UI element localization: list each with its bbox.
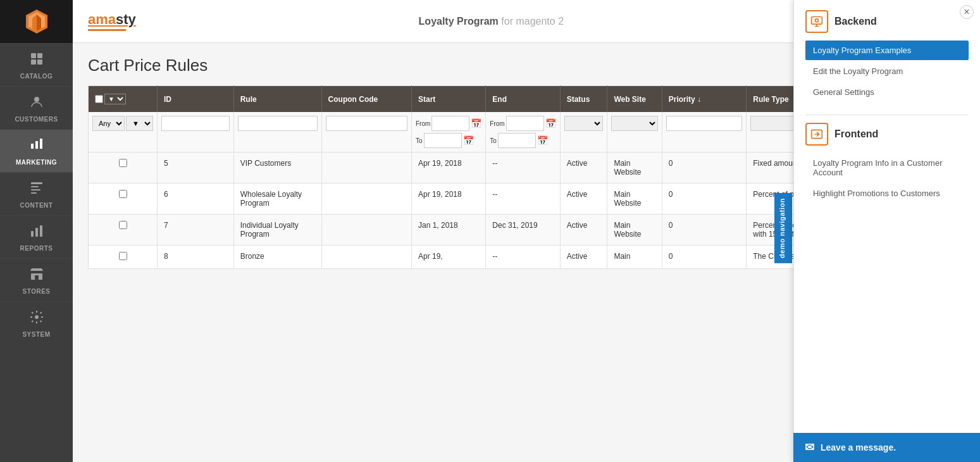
frontend-title: Frontend <box>834 128 878 140</box>
sidebar-item-label: CUSTOMERS <box>15 116 58 123</box>
th-rule: Rule <box>233 86 321 113</box>
th-coupon-code: Coupon Code <box>321 86 411 113</box>
bulk-action-select[interactable]: ▼ <box>104 94 126 104</box>
cell-website[interactable]: Main <box>607 246 662 269</box>
demo-nav-item-loyalty-info[interactable]: Loyalty Program Info in a Customer Accou… <box>805 153 969 182</box>
sidebar-item-marketing[interactable]: MARKETING <box>0 129 73 172</box>
catalog-icon <box>29 51 44 70</box>
cell-rule[interactable]: VIP Customers <box>233 153 321 184</box>
svg-rect-9 <box>31 182 42 184</box>
cell-end: -- <box>486 153 560 184</box>
cell-website[interactable]: Main Website <box>607 215 662 246</box>
sidebar-item-reports[interactable]: REPORTS <box>0 215 73 258</box>
filter-start-to-input[interactable] <box>424 133 462 148</box>
leave-message-button[interactable]: ✉ Leave a message. <box>793 433 980 462</box>
filter-any-dropdown[interactable]: ▼ <box>126 116 153 131</box>
sidebar-item-customers[interactable]: CUSTOMERS <box>0 86 73 129</box>
sidebar-item-label: MARKETING <box>16 159 57 166</box>
row-checkbox[interactable] <box>119 252 127 260</box>
filter-start-cell: From 📅 To 📅 <box>411 112 485 153</box>
demo-nav-item-loyalty-examples[interactable]: Loyalty Program Examples <box>805 41 969 60</box>
svg-rect-12 <box>31 192 37 194</box>
filter-start-from-input[interactable] <box>431 116 469 131</box>
sidebar-item-label: REPORTS <box>20 245 53 252</box>
sidebar-item-label: CONTENT <box>20 202 53 209</box>
svg-point-8 <box>34 97 39 102</box>
demo-nav-tab[interactable]: demo navigation <box>774 193 792 263</box>
calendar-icon[interactable]: 📅 <box>471 118 481 128</box>
filter-coupon-cell <box>321 112 411 153</box>
filter-end-to-input[interactable] <box>498 133 536 148</box>
demo-nav-close-button[interactable]: × <box>960 5 974 19</box>
svg-point-20 <box>816 19 819 22</box>
calendar-icon[interactable]: 📅 <box>537 135 548 146</box>
demo-nav-item-general-settings[interactable]: General Settings <box>805 82 969 102</box>
cell-priority: 0 <box>662 215 747 246</box>
content-icon <box>29 180 44 199</box>
cell-priority: 0 <box>662 153 747 184</box>
cell-rule[interactable]: Bronze <box>233 246 321 269</box>
reports-icon <box>29 223 44 242</box>
row-checkbox-cell <box>89 246 158 269</box>
filter-rule-input[interactable] <box>238 116 318 131</box>
cell-id: 5 <box>158 153 234 184</box>
th-id: ID <box>158 86 234 113</box>
filter-any-select[interactable]: Any <box>92 116 125 131</box>
cell-start: Apr 19, <box>411 246 485 269</box>
cell-start: Jan 1, 2018 <box>411 215 485 246</box>
sidebar: CATALOG CUSTOMERS MARKETING CONTENT REPO… <box>0 0 73 462</box>
sidebar-item-catalog[interactable]: CATALOG <box>0 43 73 86</box>
cell-priority: 0 <box>662 246 747 269</box>
filter-end-from-input[interactable] <box>506 116 544 131</box>
demo-nav-item-highlight-promotions[interactable]: Highlight Promotions to Customers <box>805 184 969 203</box>
svg-point-18 <box>35 315 39 319</box>
row-checkbox[interactable] <box>119 190 127 198</box>
sidebar-item-system[interactable]: SYSTEM <box>0 301 73 344</box>
cell-status: Active <box>560 153 607 184</box>
sidebar-item-stores[interactable]: STORES <box>0 258 73 301</box>
filter-priority-input[interactable] <box>666 116 743 131</box>
row-checkbox-cell <box>89 184 158 215</box>
row-checkbox[interactable] <box>119 159 127 167</box>
title-main: Loyalty Program <box>419 16 499 27</box>
th-website: Web Site <box>607 86 662 113</box>
calendar-icon[interactable]: 📅 <box>463 135 474 146</box>
title-sub: for magento 2 <box>501 16 564 27</box>
cell-rule[interactable]: Wholesale Loyalty Program <box>233 184 321 215</box>
th-priority: Priority ↓ <box>662 86 747 113</box>
filter-checkbox-cell: Any ▼ <box>89 112 158 153</box>
leave-message-label: Leave a message. <box>821 442 896 453</box>
filter-end-cell: From 📅 To 📅 <box>486 112 560 153</box>
filter-status-select[interactable]: Active Inactive <box>564 116 604 131</box>
frontend-icon <box>805 123 828 146</box>
calendar-icon[interactable]: 📅 <box>545 118 556 128</box>
sidebar-item-label: SYSTEM <box>22 331 50 338</box>
cell-end: -- <box>486 246 560 269</box>
brand-logo: amasty <box>88 11 136 31</box>
sidebar-item-content[interactable]: CONTENT <box>0 172 73 215</box>
cell-coupon <box>321 153 411 184</box>
cell-status: Active <box>560 184 607 215</box>
cell-website[interactable]: Main Website <box>607 184 662 215</box>
cell-coupon <box>321 246 411 269</box>
select-all-checkbox[interactable] <box>95 95 103 103</box>
frontend-section-header: Frontend <box>805 123 969 146</box>
filter-website-select[interactable] <box>611 116 657 131</box>
filter-coupon-input[interactable] <box>326 116 407 131</box>
row-checkbox-cell <box>89 153 158 184</box>
filter-id-input[interactable] <box>161 116 230 131</box>
demo-backend-section: Backend Loyalty Program Examples Edit th… <box>805 10 969 102</box>
cell-coupon <box>321 184 411 215</box>
demo-nav-item-edit-loyalty[interactable]: Edit the Loyalty Program <box>805 61 969 81</box>
message-icon: ✉ <box>805 440 814 454</box>
customers-icon <box>29 94 44 113</box>
stores-icon <box>29 266 44 285</box>
svg-rect-7 <box>37 59 42 65</box>
cell-id: 7 <box>158 215 234 246</box>
svg-rect-14 <box>35 228 38 237</box>
svg-rect-13 <box>31 231 34 237</box>
svg-rect-15 <box>40 225 42 237</box>
cell-website[interactable]: Main Website <box>607 153 662 184</box>
row-checkbox[interactable] <box>119 221 127 229</box>
cell-rule[interactable]: Individual Loyalty Program <box>233 215 321 246</box>
